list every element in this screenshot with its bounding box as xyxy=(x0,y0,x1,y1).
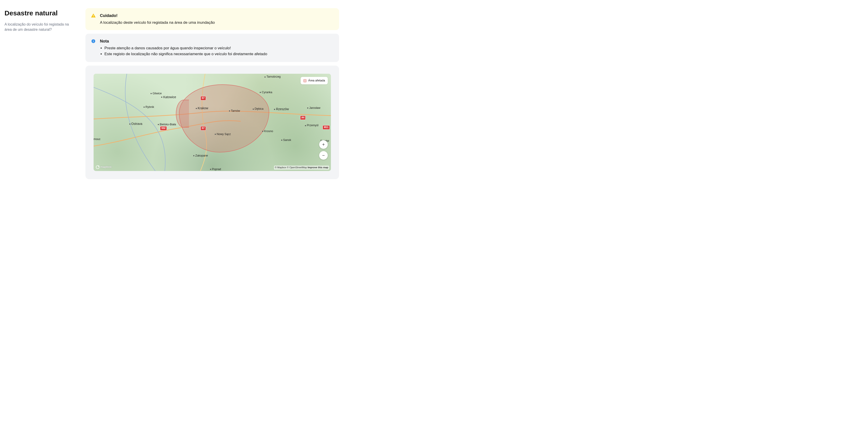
mapbox-logo-icon xyxy=(96,165,99,169)
city-label: Jarosław xyxy=(307,106,320,110)
city-label: Gliwice xyxy=(151,91,162,95)
legend-label: Área afetada xyxy=(308,79,325,83)
warning-icon xyxy=(91,13,96,18)
svg-rect-0 xyxy=(93,15,94,16)
attribution-mapbox[interactable]: © Mapbox xyxy=(275,166,286,169)
city-label: Przemyśl xyxy=(305,123,318,127)
legend-swatch xyxy=(303,79,307,82)
road-badge: A4 xyxy=(300,116,306,120)
road-badge: S52 xyxy=(160,126,167,130)
map-legend: Área afetada xyxy=(301,77,328,84)
sidebar: Desastre natural A localização do veícul… xyxy=(4,8,74,179)
svg-rect-1 xyxy=(93,17,94,17)
city-label: mouc xyxy=(94,137,101,141)
city-label: Rzeszów xyxy=(274,107,289,111)
info-icon xyxy=(91,39,96,43)
city-label: Zakopane xyxy=(193,154,208,158)
city-label: Ostrava xyxy=(129,121,143,126)
road-badge: M11 xyxy=(322,125,330,129)
note-alert: Nota Preste atenção a danos causados por… xyxy=(86,34,339,62)
city-label: Krakow xyxy=(196,106,209,110)
note-item: Preste atenção a danos causados por água… xyxy=(104,46,334,51)
city-label: Cyranka xyxy=(260,90,272,94)
zoom-in-button[interactable]: + xyxy=(319,140,328,149)
road-badge: S7 xyxy=(200,126,206,130)
warning-text: A localização deste veículo foi registad… xyxy=(100,20,334,26)
mapbox-logo: mapbox xyxy=(96,165,112,169)
note-list: Preste atenção a danos causados por água… xyxy=(100,46,334,57)
svg-rect-4 xyxy=(93,40,94,40)
city-label: Dębica xyxy=(253,107,264,111)
map[interactable]: Tarnobrzeg Gliwice Katowice Cyranka Rybn… xyxy=(94,74,331,171)
zoom-controls: + − xyxy=(319,140,328,160)
svg-rect-3 xyxy=(93,41,94,42)
note-item: Este registo de localização não signific… xyxy=(104,51,334,57)
city-label: Sanok xyxy=(281,138,291,142)
city-label: Tarnów xyxy=(229,109,240,113)
road-badge: S7 xyxy=(200,96,206,100)
warning-alert: Cuidado! A localização deste veículo foi… xyxy=(86,8,339,30)
zoom-out-button[interactable]: − xyxy=(319,151,328,160)
warning-title: Cuidado! xyxy=(100,13,334,19)
city-label: Tarnobrzeg xyxy=(265,75,281,79)
page-title: Desastre natural xyxy=(4,8,74,18)
city-label: Nowy Sącz xyxy=(215,132,231,136)
page-subtitle: A localização do veículo foi registada n… xyxy=(4,22,74,32)
city-label: Krosno xyxy=(262,129,273,133)
map-container: Tarnobrzeg Gliwice Katowice Cyranka Rybn… xyxy=(86,66,339,179)
attribution-improve[interactable]: Improve this map xyxy=(308,166,328,169)
note-title: Nota xyxy=(100,38,334,44)
city-label: Katowice xyxy=(161,95,176,99)
main-content: Cuidado! A localização deste veículo foi… xyxy=(86,8,339,179)
city-label: Bielsko-Biała xyxy=(158,122,176,126)
city-label: Rybnik xyxy=(144,105,154,109)
city-label: Poprad xyxy=(210,167,221,171)
map-attribution: © Mapbox © OpenStreetMap Improve this ma… xyxy=(274,166,329,170)
attribution-osm[interactable]: © OpenStreetMap xyxy=(287,166,307,169)
